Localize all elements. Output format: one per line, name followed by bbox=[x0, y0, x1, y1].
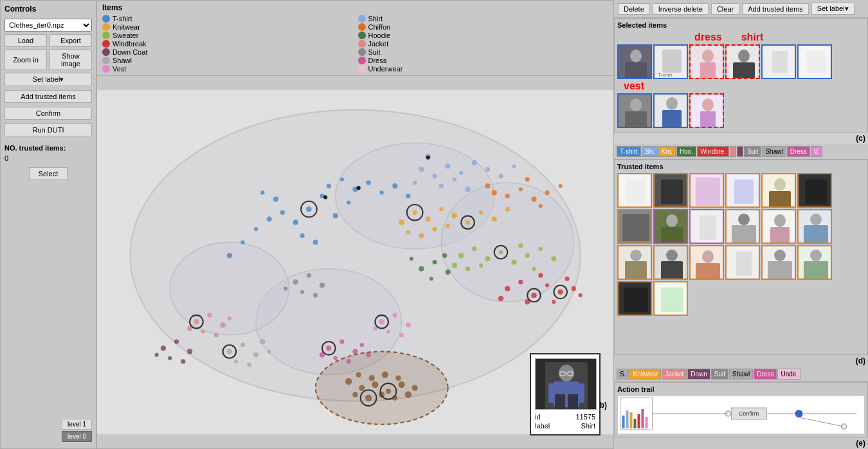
sel-item-7[interactable] bbox=[617, 93, 652, 128]
sel-item-3[interactable] bbox=[689, 44, 724, 79]
controls-title: Controls bbox=[5, 5, 92, 14]
cat-tab2-4[interactable]: Suit bbox=[711, 369, 728, 380]
svg-point-43 bbox=[426, 216, 431, 221]
sel-item-2[interactable]: T-shirt bbox=[653, 44, 688, 79]
cat-tab-5[interactable] bbox=[730, 146, 736, 157]
cat-tab-10[interactable]: V. bbox=[811, 146, 823, 157]
legend-dot bbox=[102, 57, 110, 64]
add-trusted-items-button[interactable]: Add trusted items bbox=[742, 3, 809, 15]
cat-tab-6[interactable] bbox=[737, 146, 743, 157]
run-duti-button[interactable]: Run DUTI bbox=[5, 124, 92, 136]
svg-point-15 bbox=[300, 234, 305, 238]
trusted-item-4[interactable] bbox=[725, 173, 760, 208]
trusted-item-18[interactable] bbox=[797, 245, 832, 280]
trusted-item-12[interactable] bbox=[797, 209, 832, 244]
trusted-item-2[interactable] bbox=[653, 173, 688, 208]
cat-tab-8[interactable]: Shawl bbox=[762, 146, 786, 157]
trusted-item-3[interactable] bbox=[689, 173, 724, 208]
svg-point-34 bbox=[413, 181, 417, 185]
sel-item-1[interactable] bbox=[617, 44, 652, 79]
set-label-dropdown-button[interactable]: Set label▾ bbox=[811, 3, 854, 15]
svg-rect-252 bbox=[626, 410, 629, 428]
svg-point-50 bbox=[406, 230, 410, 234]
trusted-item-9[interactable] bbox=[689, 209, 724, 244]
sel-item-5[interactable] bbox=[761, 44, 796, 79]
cat-tab2-1[interactable]: Knitwear bbox=[629, 369, 661, 380]
trusted-item-19[interactable] bbox=[617, 281, 652, 316]
trusted-item-17[interactable] bbox=[761, 245, 796, 280]
svg-rect-225 bbox=[770, 227, 790, 244]
set-label-button[interactable]: Set label▾ bbox=[5, 73, 92, 86]
select-button[interactable]: Select bbox=[29, 167, 68, 180]
inverse-delete-button[interactable]: Inverse delete bbox=[653, 3, 709, 15]
svg-rect-256 bbox=[642, 409, 644, 428]
trusted-item-20[interactable] bbox=[653, 281, 688, 316]
cat-tab2-2[interactable]: Jacket bbox=[662, 369, 687, 380]
svg-point-36 bbox=[439, 184, 444, 188]
svg-point-72 bbox=[479, 264, 483, 268]
cat-tab-9[interactable]: Dress bbox=[787, 146, 810, 157]
sel-item-6[interactable] bbox=[797, 44, 832, 79]
cat-tab-1[interactable]: Sh. bbox=[642, 146, 658, 157]
svg-point-227 bbox=[810, 214, 822, 225]
cat-tab-0[interactable]: T-shirt bbox=[617, 146, 641, 157]
action-trail: Action trail Confirm bbox=[614, 382, 868, 437]
trusted-item-13[interactable] bbox=[617, 245, 652, 280]
svg-point-163 bbox=[426, 156, 430, 160]
svg-point-41 bbox=[399, 220, 404, 225]
delete-button[interactable]: Delete bbox=[618, 3, 650, 15]
legend-dot bbox=[358, 48, 366, 56]
vest-label: vest bbox=[624, 80, 644, 92]
legend-dot bbox=[358, 57, 366, 64]
scatter-area[interactable]: (b) i bbox=[97, 76, 613, 448]
legend-dot bbox=[358, 15, 366, 23]
sel-item-8[interactable] bbox=[653, 93, 688, 128]
svg-point-51 bbox=[419, 233, 424, 238]
trusted-item-1[interactable] bbox=[617, 173, 652, 208]
cat-tab2-6[interactable]: Dress bbox=[754, 369, 777, 380]
trusted-item-7[interactable] bbox=[617, 209, 652, 244]
legend-dot bbox=[358, 65, 366, 73]
trusted-item-8[interactable] bbox=[653, 209, 688, 244]
cat-tab-7[interactable]: Suit bbox=[744, 146, 761, 157]
trusted-item-14[interactable] bbox=[653, 245, 688, 280]
file-select[interactable]: Clothes_iter0.npz bbox=[5, 19, 92, 32]
cat-tab2-3[interactable]: Down bbox=[687, 369, 710, 380]
trusted-item-10[interactable] bbox=[725, 209, 760, 244]
svg-line-266 bbox=[799, 417, 844, 426]
svg-point-128 bbox=[379, 319, 384, 324]
level1-indicator: level 1 bbox=[62, 419, 92, 430]
cat-tab-2[interactable]: Kni. bbox=[658, 146, 676, 157]
cat-tab2-0[interactable]: S. bbox=[617, 369, 629, 380]
trusted-grid bbox=[617, 173, 865, 316]
panel-d-label: (d) bbox=[614, 355, 868, 367]
svg-point-138 bbox=[398, 381, 404, 388]
add-trusted-button[interactable]: Add trusted items bbox=[5, 90, 92, 103]
svg-rect-201 bbox=[626, 179, 646, 204]
sel-item-4[interactable] bbox=[725, 44, 760, 79]
confirm-button[interactable]: Confirm bbox=[5, 107, 92, 120]
category-tabs-2: S.KnitwearJacketDownSuitShawlDressUnde. bbox=[614, 367, 868, 382]
zoom-in-button[interactable]: Zoom in bbox=[5, 50, 47, 70]
right-panel: Delete Inverse delete Clear Add trusted … bbox=[614, 0, 868, 449]
svg-point-83 bbox=[518, 280, 523, 284]
trusted-item-16[interactable] bbox=[725, 245, 760, 280]
cat-tab2-7[interactable]: Unde. bbox=[777, 369, 801, 380]
svg-rect-212 bbox=[805, 179, 827, 204]
svg-point-62 bbox=[539, 204, 543, 208]
load-button[interactable]: Load bbox=[5, 34, 47, 47]
cat-tab-3[interactable]: Hoo. bbox=[676, 146, 696, 157]
export-button[interactable]: Export bbox=[50, 34, 92, 47]
cat-tab2-5[interactable]: Shawl bbox=[729, 369, 753, 380]
sel-item-9[interactable] bbox=[689, 93, 724, 128]
show-image-button[interactable]: Show image bbox=[50, 50, 92, 70]
clear-button[interactable]: Clear bbox=[711, 3, 739, 15]
svg-point-64 bbox=[472, 246, 476, 251]
trusted-item-11[interactable] bbox=[761, 209, 796, 244]
trusted-item-5[interactable] bbox=[761, 173, 796, 208]
trusted-item-15[interactable] bbox=[689, 245, 724, 280]
svg-point-82 bbox=[505, 286, 510, 291]
trusted-item-6[interactable] bbox=[797, 173, 832, 208]
cat-tab-4[interactable]: Windbre. bbox=[697, 146, 729, 157]
svg-point-7 bbox=[306, 206, 311, 212]
